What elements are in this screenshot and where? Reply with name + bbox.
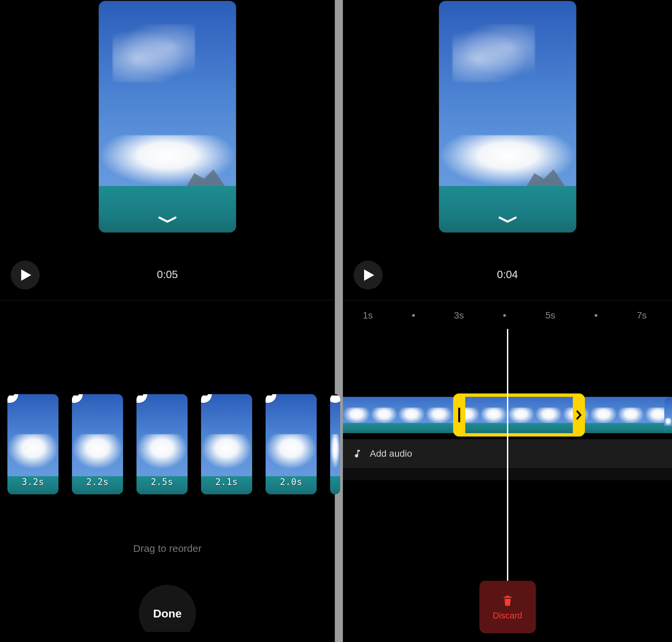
filmstrip-frame <box>371 397 398 433</box>
current-time: 0:05 <box>157 268 178 281</box>
trim-selection[interactable] <box>453 394 585 437</box>
minus-icon <box>201 394 208 396</box>
ruler-tick: 7s <box>637 310 647 321</box>
ruler-dot <box>595 314 597 317</box>
divider-line <box>0 300 335 300</box>
play-button[interactable] <box>11 261 40 290</box>
timeline-panel: 0:04 1s 3s 5s 7s <box>343 0 672 642</box>
collapse-chevron-icon[interactable] <box>498 216 517 223</box>
play-button[interactable] <box>354 261 383 290</box>
trim-handle-left[interactable] <box>453 394 465 437</box>
clip-item[interactable] <box>330 394 340 495</box>
collapse-chevron-icon[interactable] <box>158 216 177 223</box>
filmstrip-frame <box>590 397 617 433</box>
ruler-tick: 3s <box>454 310 464 321</box>
clip-item[interactable]: 2.0s <box>266 394 317 495</box>
clip-duration: 3.2s <box>22 477 44 487</box>
clip-item[interactable]: 2.1s <box>201 394 252 495</box>
music-note-icon <box>352 449 362 459</box>
clip-duration: 2.0s <box>280 477 302 487</box>
done-label: Done <box>153 607 182 620</box>
filmstrip-frame <box>398 397 425 433</box>
minus-icon <box>137 394 143 396</box>
ruler-tick: 5s <box>545 310 555 321</box>
minus-icon <box>8 394 14 396</box>
clip-duration: 2.1s <box>216 477 238 487</box>
filmstrip-frame <box>617 397 645 433</box>
clip-duration: 2.5s <box>151 477 173 487</box>
panel-divider <box>335 0 343 642</box>
current-time: 0:04 <box>497 268 518 281</box>
chevron-right-icon <box>576 410 582 420</box>
remove-clip-button[interactable] <box>330 394 340 403</box>
add-audio-label: Add audio <box>370 448 412 459</box>
trash-icon <box>502 593 514 607</box>
clip-item[interactable]: 2.5s <box>137 394 188 495</box>
minus-icon <box>266 394 272 396</box>
reorder-hint: Drag to reorder <box>133 543 202 554</box>
trim-handle-right[interactable] <box>573 394 585 437</box>
filmstrip-frame <box>343 397 371 433</box>
ruler-dot <box>412 314 415 317</box>
clips-strip[interactable]: 3.2s 2.2s 2.5s 2.1s 2.0s <box>0 394 335 505</box>
discard-label: Discard <box>492 611 522 621</box>
divider-line <box>343 300 672 300</box>
next-clip-preview[interactable] <box>664 397 672 433</box>
handle-bar-icon <box>458 408 460 422</box>
playhead[interactable] <box>507 329 508 585</box>
clip-duration: 2.2s <box>87 477 109 487</box>
video-preview[interactable] <box>439 1 577 233</box>
ruler-dot <box>503 314 506 317</box>
clip-item[interactable]: 3.2s <box>8 394 59 495</box>
clip-item[interactable]: 2.2s <box>72 394 123 495</box>
video-preview[interactable] <box>99 1 236 233</box>
ruler-tick: 1s <box>363 310 373 321</box>
timeline-ruler[interactable]: 1s 3s 5s 7s <box>343 310 672 323</box>
filmstrip-frame <box>425 397 453 433</box>
discard-button[interactable]: Discard <box>479 581 536 633</box>
minus-icon <box>72 394 79 396</box>
done-button[interactable]: Done <box>139 585 196 642</box>
reorder-panel: 0:05 3.2s 2.2s 2.5s 2.1s <box>0 0 335 642</box>
